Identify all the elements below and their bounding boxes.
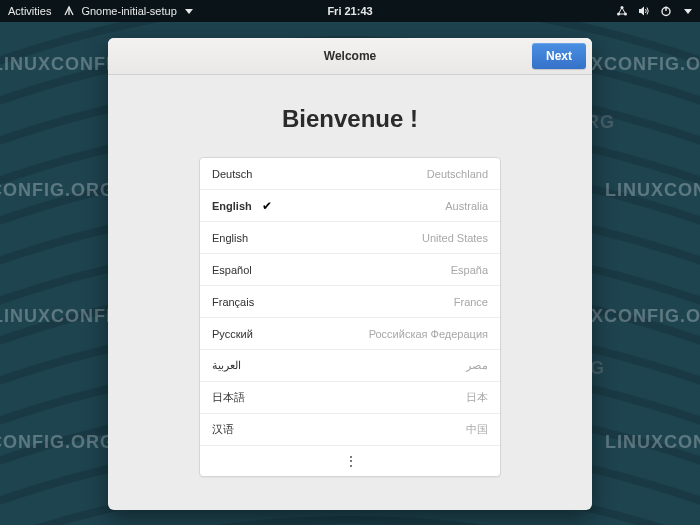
language-row[interactable]: DeutschDeutschland [200, 158, 500, 190]
checkmark-icon: ✔ [262, 199, 272, 213]
language-region: United States [422, 232, 488, 244]
app-menu[interactable]: Gnome-initial-setup [63, 5, 192, 17]
headerbar: Welcome Next [108, 38, 592, 75]
language-region: مصر [466, 359, 488, 372]
language-name: العربية [212, 359, 241, 372]
power-icon [660, 5, 672, 17]
language-name: Русский [212, 328, 253, 340]
language-row[interactable]: FrançaisFrance [200, 286, 500, 318]
network-icon [616, 5, 628, 17]
next-button[interactable]: Next [532, 43, 586, 69]
activities-button[interactable]: Activities [8, 5, 51, 17]
chevron-down-icon [185, 9, 193, 14]
language-region: France [454, 296, 488, 308]
system-status-area[interactable] [616, 5, 692, 17]
language-row[interactable]: EnglishUnited States [200, 222, 500, 254]
clock[interactable]: Fri 21:43 [327, 5, 372, 17]
language-name: English [212, 232, 248, 244]
language-row[interactable]: 汉语中国 [200, 414, 500, 446]
chevron-down-icon [684, 9, 692, 14]
dialog-body: Bienvenue ! DeutschDeutschlandEnglish✔Au… [108, 75, 592, 510]
more-icon: ⋮ [344, 454, 357, 468]
language-name: 汉语 [212, 422, 234, 437]
app-icon [63, 5, 75, 17]
language-list: DeutschDeutschlandEnglish✔AustraliaEngli… [199, 157, 501, 477]
language-row[interactable]: EspañolEspaña [200, 254, 500, 286]
language-region: 日本 [466, 390, 488, 405]
language-region: Российская Федерация [369, 328, 488, 340]
dialog-title: Welcome [324, 49, 376, 63]
page-title: Bienvenue ! [282, 105, 418, 133]
language-region: España [451, 264, 488, 276]
app-name-label: Gnome-initial-setup [81, 5, 176, 17]
top-panel: Activities Gnome-initial-setup Fri 21:43 [0, 0, 700, 22]
language-region: Australia [445, 200, 488, 212]
language-row[interactable]: English✔Australia [200, 190, 500, 222]
initial-setup-dialog: Welcome Next Bienvenue ! DeutschDeutschl… [108, 38, 592, 510]
language-name: English [212, 200, 252, 212]
language-name: 日本語 [212, 390, 245, 405]
language-region: 中国 [466, 422, 488, 437]
language-name: Español [212, 264, 252, 276]
language-row[interactable]: العربيةمصر [200, 350, 500, 382]
language-region: Deutschland [427, 168, 488, 180]
language-row[interactable]: РусскийРоссийская Федерация [200, 318, 500, 350]
language-name: Deutsch [212, 168, 252, 180]
more-languages-button[interactable]: ⋮ [200, 446, 500, 476]
language-name: Français [212, 296, 254, 308]
language-row[interactable]: 日本語日本 [200, 382, 500, 414]
volume-icon [638, 5, 650, 17]
